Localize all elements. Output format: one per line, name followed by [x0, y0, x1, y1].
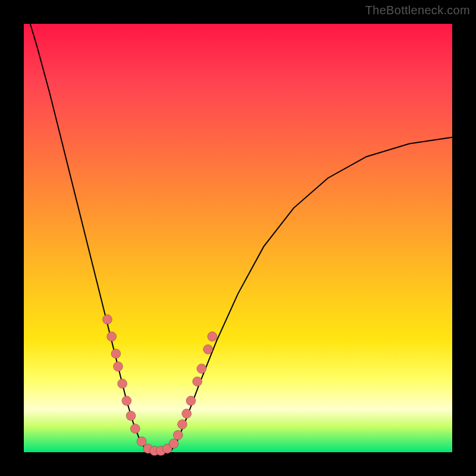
data-marker [177, 419, 187, 429]
chart-svg [24, 24, 452, 452]
data-marker [126, 411, 136, 421]
chart-frame: TheBottleneck.com [0, 0, 476, 476]
plot-area [24, 24, 452, 452]
data-marker [173, 430, 183, 440]
data-marker [169, 439, 178, 449]
data-marker [102, 315, 112, 324]
data-marker [208, 332, 217, 342]
data-marker [113, 362, 123, 371]
data-marker [182, 409, 192, 418]
data-marker [197, 364, 206, 374]
data-marker [193, 377, 202, 386]
data-marker [203, 345, 213, 354]
bottleneck-curve [24, 2, 452, 452]
data-marker [186, 396, 196, 406]
data-marker [130, 424, 140, 433]
data-marker [107, 332, 117, 342]
data-marker [118, 379, 127, 389]
data-markers [102, 315, 217, 456]
data-marker [122, 396, 131, 406]
watermark-text: TheBottleneck.com [365, 4, 470, 17]
data-marker [111, 349, 121, 358]
